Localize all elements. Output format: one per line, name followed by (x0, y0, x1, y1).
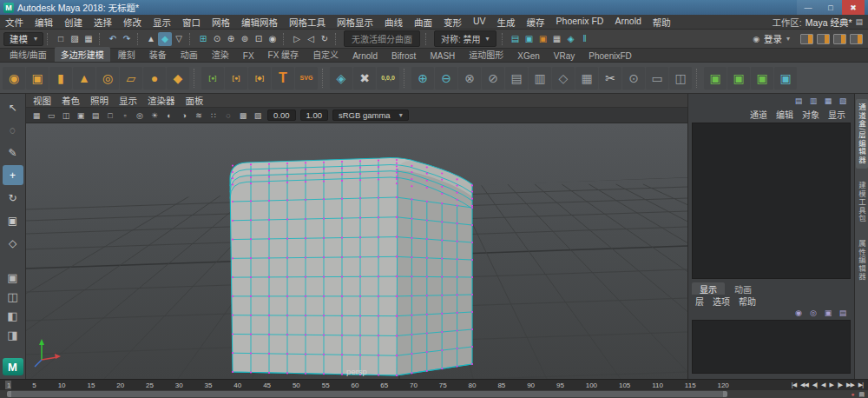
layout-single-pane-icon[interactable]: ▣ (3, 269, 23, 286)
origin-locator-icon[interactable]: 0,0,0 (377, 67, 399, 90)
go-to-start-button[interactable]: |◀ (790, 381, 798, 390)
toggle-channel-box-icon[interactable] (850, 34, 863, 44)
layer-menu-item[interactable]: 选项 (713, 295, 730, 308)
multisample-icon[interactable]: ∷ (207, 109, 220, 122)
viewport-menu-item[interactable]: 渲染器 (148, 94, 175, 107)
extrude-icon[interactable]: ▥ (529, 67, 551, 90)
polygon-cone-icon[interactable]: ▲ (73, 67, 95, 90)
time-slider[interactable]: 1510152025303540455055606570758085909510… (0, 379, 868, 390)
menu-item[interactable]: 网格工具 (289, 16, 326, 29)
bevel-icon[interactable]: ◇ (552, 67, 575, 90)
layout-four-pane-icon[interactable]: ◫ (3, 288, 23, 305)
snap-viewplane-icon[interactable]: ⊡ (252, 32, 266, 46)
smooth-preview-cage-icon[interactable]: ▣ (727, 67, 750, 90)
safe-action-icon[interactable]: □ (103, 109, 117, 122)
construction-history-icon[interactable]: ↻ (318, 32, 332, 46)
open-scene-icon[interactable]: ▨ (68, 32, 82, 46)
channel-menu-item[interactable]: 显示 (828, 108, 845, 121)
input-connections-icon[interactable]: ▷ (290, 32, 304, 46)
menu-item[interactable]: 缓存 (527, 16, 545, 29)
menu-item[interactable]: 选择 (94, 16, 112, 29)
shelf-tab[interactable]: 动画 (174, 47, 204, 62)
menu-item[interactable]: 帮助 (653, 16, 671, 29)
step-back-key-button[interactable]: ◀| (811, 381, 819, 390)
menu-item[interactable]: 曲面 (414, 16, 432, 29)
channel-settings-icon[interactable]: ▧ (837, 96, 849, 107)
layer-editor-tab[interactable]: 显示 (692, 282, 725, 295)
move-tool-icon[interactable]: + (3, 165, 23, 185)
grid-toggle-icon[interactable]: ▦ (30, 109, 43, 122)
save-scene-icon[interactable]: ▦ (82, 32, 95, 46)
construction-plane-icon[interactable]: ◈ (330, 67, 352, 90)
redo-icon[interactable]: ↷ (120, 32, 134, 46)
select-object-icon[interactable]: ◆ (158, 32, 172, 46)
play-backward-button[interactable]: ◀ (819, 381, 826, 390)
view-transform-dropdown[interactable]: sRGB gamma ▾ (332, 109, 409, 121)
multi-cut-icon[interactable]: ✂ (599, 67, 621, 90)
pause-icon[interactable]: ‖ (578, 32, 592, 46)
toggle-tool-settings-icon[interactable] (833, 34, 846, 44)
boolean-difference-icon[interactable]: ⊘ (482, 67, 504, 90)
viewport-menu-item[interactable]: 着色 (62, 94, 80, 107)
open-render-view-icon[interactable]: ▤ (509, 32, 523, 46)
polygon-plane-icon[interactable]: ▱ (120, 67, 142, 90)
menu-item[interactable]: Phoenix FD (556, 16, 604, 29)
launch-render-icon[interactable]: ◈ (564, 32, 578, 46)
bridge-icon[interactable]: ▦ (575, 67, 598, 90)
select-component-icon[interactable]: ▽ (172, 32, 186, 46)
undo-icon[interactable]: ↶ (106, 32, 120, 46)
scale-tool-icon[interactable]: ▣ (3, 210, 23, 230)
workspace-selector[interactable]: 工作区: Maya 经典* ▤ (772, 16, 863, 29)
viewport-menu-item[interactable]: 面板 (186, 94, 204, 107)
shelf-tab[interactable]: VRay (548, 50, 581, 62)
mirror-icon[interactable]: ◫ (669, 67, 692, 90)
frame-all-icon[interactable]: ◎ (133, 109, 147, 122)
separate-icon[interactable]: ⊖ (435, 67, 457, 90)
platonic-solid-icon[interactable]: ◆ (167, 67, 189, 90)
xray-icon[interactable]: ◌ (221, 109, 235, 122)
symmetry-dropdown[interactable]: 对称: 禁用▾ (434, 30, 496, 47)
toggle-attribute-editor-icon[interactable] (817, 34, 830, 44)
shelf-tab[interactable]: XGen (511, 50, 546, 62)
layer-visibility-icon[interactable]: ◉ (792, 308, 805, 319)
viewport-menu-item[interactable]: 视图 (33, 94, 51, 107)
sign-in-button[interactable]: ◉ 登录 ▾ (753, 32, 790, 45)
ao-icon[interactable]: ◑ (177, 109, 191, 122)
smooth-preview-on-icon[interactable]: ▣ (751, 67, 773, 90)
time-ticks[interactable]: 1510152025303540455055606570758085909510… (0, 380, 738, 390)
snap-curve-icon[interactable]: ⊙ (210, 32, 224, 46)
shelf-tab[interactable]: 曲线/曲面 (3, 47, 53, 62)
shadows-icon[interactable]: ◐ (162, 109, 176, 122)
channel-menu-item[interactable]: 编辑 (776, 108, 793, 121)
menu-item[interactable]: 生成 (497, 16, 516, 29)
gate-mask-icon[interactable]: ▣ (74, 109, 88, 122)
shelf-tab[interactable]: 自定义 (306, 47, 345, 62)
play-forward-button[interactable]: ▶ (827, 381, 834, 390)
exposure-field[interactable]: 0.00 (267, 109, 296, 121)
smooth-icon[interactable]: ▤ (505, 67, 528, 90)
snap-point-icon[interactable]: ⊕ (224, 32, 238, 46)
workspace-options-icon[interactable]: ▤ (855, 17, 863, 26)
close-button[interactable]: ✖ (842, 0, 865, 15)
layer-menu-item[interactable]: 帮助 (739, 295, 756, 308)
go-to-end-button[interactable]: ▶| (857, 381, 865, 390)
menu-item[interactable]: 创建 (64, 16, 82, 29)
type-tool-icon[interactable]: T (272, 67, 294, 90)
snap-grid-icon[interactable]: ⊞ (196, 32, 210, 46)
new-scene-icon[interactable]: □ (54, 32, 68, 46)
animation-preferences-icon[interactable]: ▤ (858, 391, 865, 398)
layout-two-pane-icon[interactable]: ◧ (3, 307, 23, 324)
textured-icon[interactable]: ▨ (251, 109, 265, 122)
contrast-field[interactable]: 1.00 (300, 109, 329, 121)
smooth-mesh-icon[interactable]: [●] (201, 67, 224, 90)
polygon-sphere-icon[interactable]: ◉ (3, 67, 25, 90)
crease-tool-icon[interactable]: [◆] (248, 67, 271, 90)
menu-item[interactable]: 网格显示 (337, 16, 373, 29)
select-tool-icon[interactable]: ↖ (3, 97, 23, 117)
field-chart-icon[interactable]: ▤ (89, 109, 102, 122)
make-live-icon[interactable]: ◉ (266, 32, 279, 46)
shelf-tab[interactable]: 渲染 (206, 47, 235, 62)
channel-slider-mode-icon[interactable]: ▤ (792, 96, 805, 107)
svg-tool-icon[interactable]: SVG (295, 67, 318, 90)
ipr-render-icon[interactable]: ▣ (536, 32, 550, 46)
